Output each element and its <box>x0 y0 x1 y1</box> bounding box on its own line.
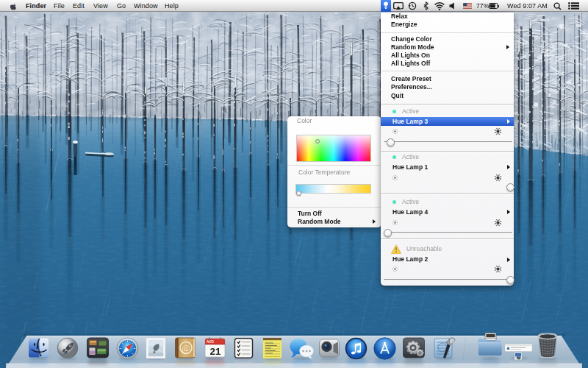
svg-text:AUG: AUG <box>207 340 214 344</box>
svg-text:21: 21 <box>209 345 221 356</box>
svg-text:@: @ <box>182 342 190 353</box>
